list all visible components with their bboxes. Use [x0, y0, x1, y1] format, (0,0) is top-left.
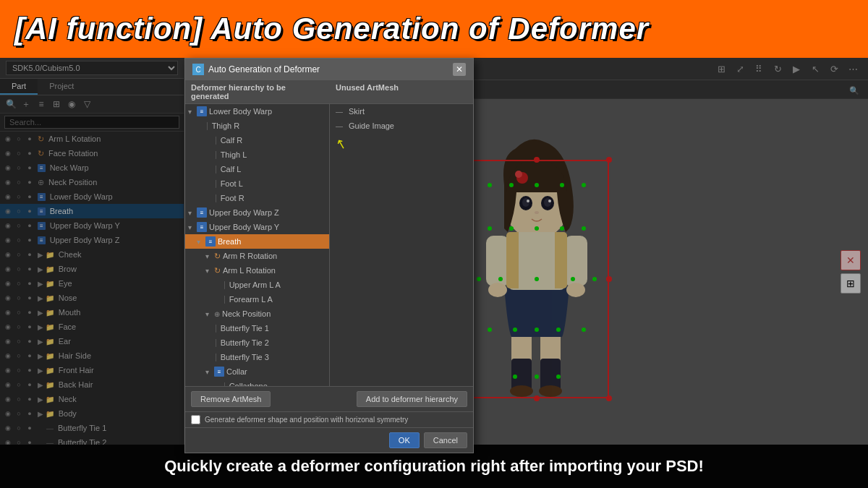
- modal-overlay: C Auto Generation of Deformer ✕ Deformer…: [0, 58, 868, 445]
- modal-checkbox-row: Generate deformer shape and position wit…: [185, 411, 473, 427]
- modal-body: Deformer hierarchy to be generated Unuse…: [185, 80, 473, 453]
- symmetry-label: Generate deformer shape and position wit…: [205, 416, 408, 424]
- modal-close-button[interactable]: ✕: [453, 63, 466, 76]
- tree-item-label: Arm R Rotation: [223, 252, 277, 260]
- tree-item[interactable]: │ Calf L: [185, 162, 329, 176]
- modal-title-text: Auto Generation of Deformer: [208, 64, 453, 74]
- col-header-left: Deformer hierarchy to be generated: [185, 80, 330, 103]
- tree-item[interactable]: ▾ ⊕ Neck Position: [185, 307, 329, 321]
- tree-item-label: Butterfly Tie 2: [221, 338, 269, 347]
- modal-column-headers: Deformer hierarchy to be generated Unuse…: [185, 80, 473, 104]
- expand-icon[interactable]: ▾: [188, 209, 197, 217]
- tree-item-label: Thigh R: [212, 121, 240, 130]
- artmesh-label: Skirt: [349, 107, 365, 116]
- unused-artmesh-item[interactable]: — Skirt: [330, 104, 473, 119]
- modal-action-buttons: OK Cancel: [185, 427, 473, 453]
- tree-item[interactable]: ▾ ↻ Arm R Rotation: [185, 249, 329, 263]
- tree-item-label: Calf L: [221, 165, 242, 174]
- tree-item[interactable]: │ Butterfly Tie 1: [185, 321, 329, 335]
- expand-icon[interactable]: ▾: [205, 252, 214, 260]
- tree-item[interactable]: │ Foot R: [185, 191, 329, 205]
- artmesh-label: Guide Image: [349, 121, 394, 130]
- cursor-indicator: ↖: [330, 133, 473, 155]
- tree-item[interactable]: │ Foot L: [185, 176, 329, 191]
- tree-item-label: Foot R: [221, 194, 244, 202]
- tree-item-label: Lower Body Warp: [209, 107, 272, 116]
- deformer-hierarchy-list[interactable]: ▾ ≡ Lower Body Warp │ Thigh R │ Calf R │…: [185, 104, 330, 386]
- tree-item[interactable]: │ Forearm L A: [185, 292, 329, 307]
- expand-icon[interactable]: ▾: [205, 267, 214, 275]
- modal-title-icon: C: [192, 64, 204, 75]
- tree-item[interactable]: │ Calf R: [185, 133, 329, 147]
- tree-item-label: Arm L Rotation: [223, 266, 276, 275]
- tree-item[interactable]: ▾ ≡ Lower Body Warp: [185, 104, 329, 119]
- tree-item-label: Foot L: [221, 179, 243, 188]
- modal-dialog: C Auto Generation of Deformer ✕ Deformer…: [184, 58, 474, 453]
- remove-artmesh-button[interactable]: Remove ArtMesh: [191, 391, 271, 407]
- expand-icon[interactable]: ▾: [205, 310, 214, 318]
- tree-item[interactable]: ▾ ≡ Breath: [185, 234, 329, 249]
- main-content: SDK5.0/Cubism5.0 Part Project 🔍 ＋ ≡ ⊞ ◉ …: [0, 58, 868, 445]
- add-to-hierarchy-button[interactable]: Add to deformer hierarchy: [357, 391, 467, 407]
- tree-item-label: Thigh L: [221, 150, 247, 159]
- tree-item[interactable]: │ Upper Arm L A: [185, 278, 329, 292]
- ok-button[interactable]: OK: [389, 432, 420, 448]
- tree-item[interactable]: ▾ ↻ Arm L Rotation: [185, 263, 329, 278]
- tree-item-label: Neck Position: [222, 309, 271, 318]
- tree-item-label: Upper Arm L A: [229, 281, 281, 289]
- tree-item-label: Calf R: [221, 136, 243, 145]
- cancel-button[interactable]: Cancel: [424, 432, 467, 448]
- col-header-right: Unused ArtMesh: [330, 80, 404, 103]
- tree-item[interactable]: │ Butterfly Tie 3: [185, 350, 329, 364]
- tree-item-label: Butterfly Tie 3: [221, 353, 269, 361]
- tree-item-label: Upper Body Warp Z: [209, 208, 279, 217]
- tree-item[interactable]: │ Butterfly Tie 2: [185, 335, 329, 350]
- expand-icon[interactable]: ▾: [188, 223, 197, 231]
- tree-item-label: Upper Body Warp Y: [209, 223, 279, 231]
- unused-artmesh-item[interactable]: — Guide Image: [330, 119, 473, 133]
- tree-item[interactable]: │ Thigh L: [185, 147, 329, 162]
- expand-icon[interactable]: ▾: [197, 238, 205, 246]
- expand-icon[interactable]: ▾: [205, 368, 214, 376]
- top-banner: [AI function] Auto Generation of Deforme…: [0, 0, 868, 58]
- tree-item-label: Butterfly Tie 1: [221, 324, 269, 333]
- tree-item[interactable]: │ Thigh R: [185, 119, 329, 133]
- modal-titlebar[interactable]: C Auto Generation of Deformer ✕: [185, 59, 473, 80]
- modal-footer-buttons: Remove ArtMesh Add to deformer hierarchy: [185, 386, 473, 411]
- tree-item[interactable]: │ Collarbone: [185, 379, 329, 386]
- unused-artmesh-list[interactable]: — Skirt — Guide Image ↖: [330, 104, 473, 386]
- tree-item-label: Forearm L A: [229, 295, 273, 304]
- tree-item[interactable]: ▾ ≡ Collar: [185, 364, 329, 379]
- banner-title: [AI function] Auto Generation of Deforme…: [14, 12, 649, 46]
- tree-item-label: Collar: [226, 367, 247, 376]
- expand-icon[interactable]: ▾: [188, 108, 197, 116]
- symmetry-checkbox[interactable]: [191, 415, 200, 424]
- tree-item-label: Breath: [218, 237, 241, 246]
- caption-text: Quickly create a deformer configuration …: [164, 457, 704, 476]
- tree-item[interactable]: ▾ ≡ Upper Body Warp Y: [185, 220, 329, 234]
- tree-item[interactable]: ▾ ≡ Upper Body Warp Z: [185, 205, 329, 220]
- modal-columns: ▾ ≡ Lower Body Warp │ Thigh R │ Calf R │…: [185, 104, 473, 386]
